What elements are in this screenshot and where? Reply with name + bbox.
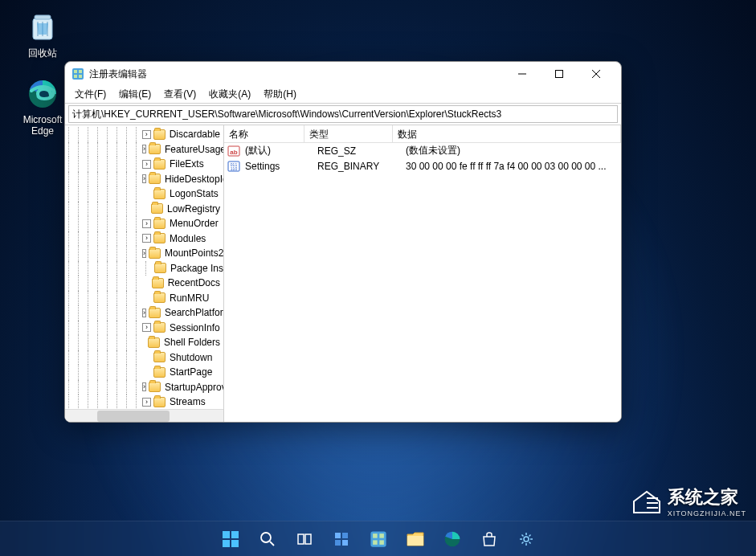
tree-item-label: StartupApprove — [163, 382, 223, 393]
expand-icon[interactable]: › — [142, 160, 151, 169]
expand-icon[interactable]: › — [142, 219, 151, 228]
address-bar[interactable]: 计算机\HKEY_CURRENT_USER\Software\Microsoft… — [68, 105, 618, 123]
desktop-icon-label: Microsoft Edge — [14, 114, 71, 137]
folder-icon — [148, 337, 160, 348]
tree-item-searchplatform[interactable]: ›SearchPlatform — [65, 305, 223, 321]
search-button[interactable] — [251, 523, 284, 555]
col-data[interactable]: 数据 — [393, 125, 621, 142]
tree-joint — [142, 368, 151, 377]
expand-icon[interactable]: › — [142, 130, 151, 139]
taskbar-store[interactable] — [473, 523, 505, 555]
col-type[interactable]: 类型 — [304, 125, 393, 142]
tree-item-sessioninfo[interactable]: ›SessionInfo — [65, 321, 223, 336]
menu-edit[interactable]: 编辑(E) — [112, 86, 157, 103]
desktop-icon-recycle-bin[interactable]: 回收站 — [14, 10, 71, 60]
tree-item-fileexts[interactable]: ›FileExts — [65, 157, 223, 172]
svg-rect-36 — [373, 540, 378, 545]
taskbar-edge[interactable] — [436, 523, 468, 555]
expand-icon[interactable]: › — [142, 234, 151, 243]
tree-item-label: FileExts — [168, 158, 206, 170]
desktop-icon-edge[interactable]: Microsoft Edge — [14, 77, 71, 137]
tree-item-lowregistry[interactable]: LowRegistry — [65, 202, 223, 217]
tree-item-menuorder[interactable]: ›MenuOrder — [65, 216, 223, 231]
tree-item-mountpoints2[interactable]: ›MountPoints2 — [65, 246, 223, 261]
value-type: REG_SZ — [317, 145, 406, 157]
expand-icon[interactable]: › — [142, 309, 146, 317]
expand-icon[interactable]: › — [142, 174, 146, 183]
folder-icon — [149, 174, 161, 184]
folder-icon — [153, 367, 166, 378]
taskbar[interactable] — [0, 521, 756, 556]
svg-rect-22 — [231, 531, 239, 538]
expand-icon[interactable]: › — [142, 382, 146, 391]
expand-icon[interactable]: › — [142, 398, 151, 407]
watermark-logo-icon — [631, 487, 663, 516]
menu-file[interactable]: 文件(F) — [68, 86, 112, 103]
svg-rect-23 — [223, 540, 230, 547]
folder-icon — [149, 248, 161, 259]
tree-item-label: LowRegistry — [166, 203, 222, 215]
tree-item-recentdocs[interactable]: RecentDocs — [65, 276, 223, 291]
tree-item-featureusage[interactable]: ›FeatureUsage — [65, 142, 223, 157]
svg-rect-1 — [35, 15, 51, 19]
svg-rect-30 — [342, 533, 348, 538]
svg-rect-8 — [79, 75, 82, 78]
taskbar-regedit[interactable] — [362, 523, 394, 555]
tree-item-streams[interactable]: ›Streams — [65, 395, 223, 410]
tree-item-shell-folders[interactable]: Shell Folders — [65, 335, 223, 350]
tree-item-label: LogonStats — [168, 188, 220, 199]
menu-view[interactable]: 查看(V) — [157, 86, 202, 103]
tree-item-logonstats[interactable]: LogonStats — [65, 186, 223, 202]
col-name[interactable]: 名称 — [224, 125, 304, 142]
list-header[interactable]: 名称 类型 数据 — [224, 125, 621, 143]
menu-help[interactable]: 帮助(H) — [257, 86, 303, 103]
task-view-button[interactable] — [288, 523, 321, 555]
tree-item-label: StartPage — [168, 366, 214, 378]
tree-item-discardable[interactable]: ›Discardable — [65, 127, 223, 142]
minimize-button[interactable] — [504, 62, 541, 86]
menubar: 文件(F) 编辑(E) 查看(V) 收藏夹(A) 帮助(H) — [65, 86, 621, 104]
tree-item-modules[interactable]: ›Modules — [65, 231, 223, 247]
menu-fav[interactable]: 收藏夹(A) — [202, 86, 257, 103]
maximize-button[interactable] — [541, 62, 578, 86]
value-data: (数值未设置) — [406, 144, 621, 157]
taskbar-explorer[interactable] — [399, 523, 431, 555]
tree-joint — [142, 279, 149, 288]
tree-item-label: HideDesktopIco — [163, 174, 223, 185]
watermark: 系统之家 XITONGZHIJIA.NET — [631, 485, 746, 517]
svg-rect-32 — [342, 540, 348, 546]
tree-item-package-installa[interactable]: Package Installa — [65, 261, 223, 276]
titlebar[interactable]: 注册表编辑器 — [65, 62, 621, 86]
expand-icon[interactable]: › — [142, 249, 146, 258]
reg-string-icon: ab — [227, 145, 240, 157]
taskbar-settings[interactable] — [510, 523, 542, 555]
tree-item-startpage[interactable]: StartPage — [65, 365, 223, 380]
tree-item-shutdown[interactable]: Shutdown — [65, 350, 223, 366]
folder-icon — [149, 144, 161, 154]
folder-icon — [149, 308, 161, 318]
folder-icon — [151, 203, 163, 214]
folder-icon — [153, 129, 166, 140]
tree-item-runmru[interactable]: RunMRU — [65, 291, 223, 306]
expand-icon[interactable]: › — [142, 323, 151, 332]
tree-item-label: Streams — [168, 396, 207, 407]
registry-tree[interactable]: ›Discardable›FeatureUsage›FileExts›HideD… — [65, 125, 223, 422]
svg-rect-7 — [74, 75, 77, 78]
folder-icon — [153, 159, 166, 170]
tree-item-hidedesktopico[interactable]: ›HideDesktopIco — [65, 172, 223, 187]
reg-binary-icon: 011110 — [227, 160, 240, 173]
widgets-button[interactable] — [325, 523, 358, 555]
start-button[interactable] — [215, 523, 247, 555]
tree-horizontal-scrollbar[interactable] — [65, 409, 223, 422]
tree-item-label: Shell Folders — [162, 337, 222, 348]
value-row[interactable]: ab(默认)REG_SZ(数值未设置) — [224, 143, 621, 158]
expand-icon[interactable]: › — [142, 145, 146, 153]
tree-item-startupapprove[interactable]: ›StartupApprove — [65, 380, 223, 395]
value-row[interactable]: 011110SettingsREG_BINARY30 00 00 00 fe f… — [224, 158, 621, 174]
value-name: Settings — [245, 161, 317, 172]
tree-item-label: Discardable — [168, 129, 222, 140]
folder-icon — [153, 219, 166, 229]
close-button[interactable] — [578, 62, 615, 86]
tree-joint — [142, 353, 151, 362]
svg-rect-31 — [335, 540, 341, 546]
